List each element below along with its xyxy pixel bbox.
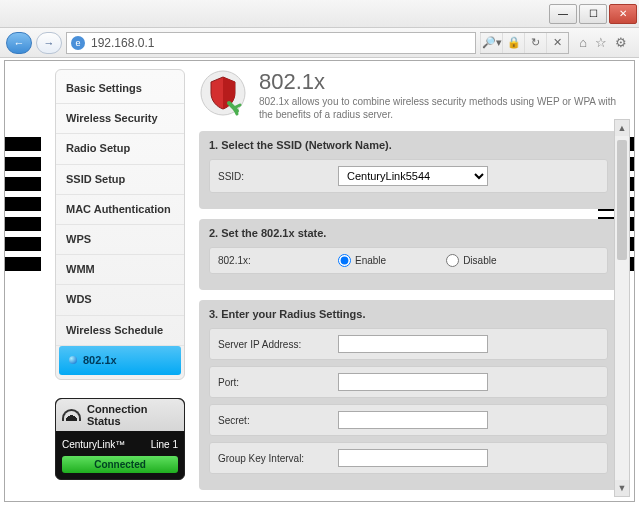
sidebar-item-radio-setup[interactable]: Radio Setup: [56, 134, 184, 164]
server-ip-input[interactable]: [338, 335, 488, 353]
scroll-thumb[interactable]: [617, 140, 627, 260]
ssid-label: SSID:: [218, 171, 328, 182]
favorites-icon[interactable]: ☆: [595, 35, 607, 50]
nav-back-button[interactable]: ←: [6, 32, 32, 54]
lock-icon[interactable]: 🔒: [502, 33, 524, 53]
secret-input[interactable]: [338, 411, 488, 429]
nav-forward-button[interactable]: →: [36, 32, 62, 54]
sidebar-item-wireless-schedule[interactable]: Wireless Schedule: [56, 316, 184, 346]
browser-toolbar: ← → e 192.168.0.1 🔎▾ 🔒 ↻ ✕ ⌂ ☆ ⚙: [0, 28, 639, 58]
8021x-label: 802.1x:: [218, 255, 328, 266]
search-dropdown-icon[interactable]: 🔎▾: [480, 33, 502, 53]
sidebar-item-8021x[interactable]: 802.1x: [59, 346, 181, 375]
shield-icon: [199, 69, 247, 117]
address-url: 192.168.0.1: [91, 36, 154, 50]
sidebar-item-basic-settings[interactable]: Basic Settings: [56, 74, 184, 104]
active-indicator-icon: [69, 356, 77, 364]
scroll-down-icon[interactable]: ▼: [615, 480, 629, 496]
scrollbar[interactable]: ▲ ▼: [614, 119, 630, 497]
step2-heading: 2. Set the 802.1x state.: [209, 227, 608, 239]
server-ip-label: Server IP Address:: [218, 339, 328, 350]
panel-step3: 3. Enter your Radius Settings. Server IP…: [199, 300, 618, 490]
radio-disable-label[interactable]: Disable: [446, 254, 496, 267]
address-bar[interactable]: e 192.168.0.1: [66, 32, 476, 54]
sidebar-item-wireless-security[interactable]: Wireless Security: [56, 104, 184, 134]
tools-gear-icon[interactable]: ⚙: [615, 35, 627, 50]
sidebar-item-ssid-setup[interactable]: SSID Setup: [56, 165, 184, 195]
window-maximize-button[interactable]: ☐: [579, 4, 607, 24]
page-description: 802.1x allows you to combine wireless se…: [259, 95, 618, 121]
enable-text: Enable: [355, 255, 386, 266]
scroll-up-icon[interactable]: ▲: [615, 120, 629, 136]
sidebar-menu: Basic Settings Wireless Security Radio S…: [55, 69, 185, 380]
panel-step2: 2. Set the 802.1x state. 802.1x: Enable …: [199, 219, 618, 290]
step1-heading: 1. Select the SSID (Network Name).: [209, 139, 608, 151]
stop-icon[interactable]: ✕: [546, 33, 568, 53]
port-input[interactable]: [338, 373, 488, 391]
sidebar-item-mac-authentication[interactable]: MAC Authentication: [56, 195, 184, 225]
sidebar-item-wps[interactable]: WPS: [56, 225, 184, 255]
radio-disable[interactable]: [446, 254, 459, 267]
page-title: 802.1x: [259, 69, 618, 95]
radio-enable-label[interactable]: Enable: [338, 254, 386, 267]
window-minimize-button[interactable]: —: [549, 4, 577, 24]
gki-input[interactable]: [338, 449, 488, 467]
radio-enable[interactable]: [338, 254, 351, 267]
connection-status-title: Connection Status: [87, 403, 178, 427]
refresh-icon[interactable]: ↻: [524, 33, 546, 53]
sidebar-item-wds[interactable]: WDS: [56, 285, 184, 315]
step3-heading: 3. Enter your Radius Settings.: [209, 308, 608, 320]
ie-favicon-icon: e: [71, 36, 85, 50]
window-close-button[interactable]: ✕: [609, 4, 637, 24]
connection-status-widget: Connection Status CenturyLink™ Line 1 Co…: [55, 398, 185, 480]
window-titlebar: — ☐ ✕: [0, 0, 639, 28]
sidebar-item-wmm[interactable]: WMM: [56, 255, 184, 285]
port-label: Port:: [218, 377, 328, 388]
home-icon[interactable]: ⌂: [579, 35, 587, 50]
brand-label: CenturyLink™: [62, 439, 125, 450]
panel-step1: 1. Select the SSID (Network Name). SSID:…: [199, 131, 618, 209]
secret-label: Secret:: [218, 415, 328, 426]
ssid-select[interactable]: CenturyLink5544: [338, 166, 488, 186]
gki-label: Group Key Interval:: [218, 453, 328, 464]
line-label: Line 1: [151, 439, 178, 450]
gauge-icon: [62, 409, 81, 421]
address-controls: 🔎▾ 🔒 ↻ ✕: [480, 32, 569, 54]
sidebar-item-label: 802.1x: [83, 354, 117, 367]
connection-state-badge: Connected: [62, 456, 178, 473]
disable-text: Disable: [463, 255, 496, 266]
main-content: 802.1x 802.1x allows you to combine wire…: [199, 69, 622, 493]
